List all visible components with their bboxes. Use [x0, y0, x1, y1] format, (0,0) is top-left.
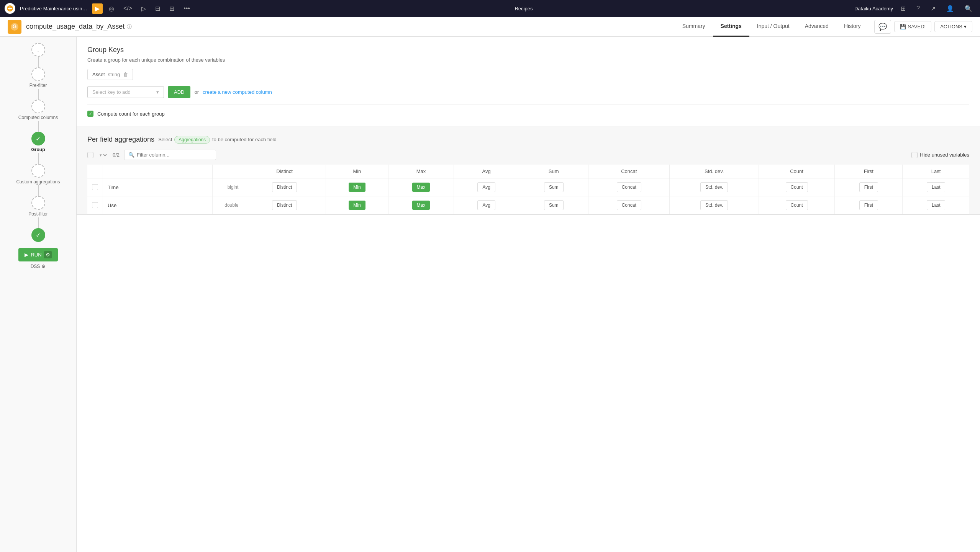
target-icon[interactable]: ◎: [106, 3, 117, 14]
row-type-use: double: [213, 196, 243, 214]
key-add-row: Select key to add ▾ ADD or create a new …: [87, 86, 969, 98]
btn-time-count[interactable]: Count: [786, 182, 808, 192]
app-logo[interactable]: [5, 3, 15, 14]
hide-unused-checkbox[interactable]: [911, 152, 918, 158]
aggregations-pill[interactable]: Aggregations: [174, 136, 210, 144]
saved-label: SAVED!: [908, 24, 926, 29]
saved-button[interactable]: 💾 SAVED!: [894, 21, 931, 32]
btn-time-sum[interactable]: Sum: [544, 182, 564, 192]
btn-use-max[interactable]: Max: [412, 201, 430, 210]
compute-count-row: ✓ Compute count for each group: [87, 104, 969, 117]
comments-button[interactable]: 💬: [874, 20, 891, 34]
agg-table-header: Distinct Min Max Avg Sum Concat Std. dev…: [87, 165, 969, 178]
sidebar-node-prefilter[interactable]: [31, 67, 45, 81]
sidebar-connector-5: [38, 217, 39, 228]
sidebar-step-computed[interactable]: Computed columns: [0, 100, 76, 121]
filter-row: ▾ 0/2 🔍 Hide unused variables: [87, 150, 969, 160]
tab-history[interactable]: History: [836, 17, 869, 37]
search-top-icon[interactable]: 🔍: [962, 3, 975, 14]
run-gear-icon[interactable]: ⚙: [44, 251, 52, 258]
btn-time-concat[interactable]: Concat: [617, 182, 641, 192]
group-keys-title: Group Keys: [87, 46, 969, 54]
btn-use-min[interactable]: Min: [349, 201, 365, 210]
btn-use-concat[interactable]: Concat: [617, 200, 641, 210]
nav-tabs: Summary Settings Input / Output Advanced…: [675, 17, 869, 37]
sidebar-step-prefilter[interactable]: Pre-filter: [0, 67, 76, 89]
help-icon[interactable]: ?: [913, 3, 923, 13]
run-play-icon: ▶: [25, 252, 28, 258]
sidebar-node-group[interactable]: ✓: [31, 132, 45, 145]
more-icon[interactable]: •••: [180, 3, 193, 13]
filter-column-input[interactable]: [137, 152, 212, 158]
btn-time-min[interactable]: Min: [349, 183, 365, 192]
tab-summary[interactable]: Summary: [675, 17, 713, 37]
tab-input-output[interactable]: Input / Output: [749, 17, 797, 37]
agg-table: Distinct Min Max Avg Sum Concat Std. dev…: [87, 165, 969, 214]
select-all-checkbox[interactable]: [87, 152, 93, 158]
th-type: [213, 165, 243, 178]
add-key-button[interactable]: ADD: [168, 86, 190, 98]
sidebar-node-custom[interactable]: [31, 164, 45, 178]
code-icon[interactable]: </>: [120, 3, 135, 13]
sidebar-node-computed[interactable]: [31, 100, 45, 113]
run-label: RUN: [31, 252, 41, 258]
compute-count-checkbox[interactable]: ✓: [87, 111, 93, 117]
recipe-info-icon[interactable]: ⓘ: [127, 23, 132, 30]
th-first: First: [835, 165, 903, 178]
btn-use-last[interactable]: Last: [927, 200, 945, 210]
pipeline-icon[interactable]: ▶: [92, 3, 103, 14]
recipes-label: Recipes: [515, 6, 533, 11]
sidebar-step-custom[interactable]: Custom aggregations: [0, 164, 76, 185]
btn-use-stddev[interactable]: Std. dev.: [700, 200, 728, 210]
recipe-name: compute_usage_data_by_Asset: [26, 23, 125, 31]
grid-icon[interactable]: ⊟: [152, 3, 163, 14]
sidebar-connector-0: [38, 57, 39, 67]
actions-button[interactable]: ACTIONS ▾: [934, 21, 972, 32]
th-count: Count: [759, 165, 835, 178]
btn-time-avg[interactable]: Avg: [477, 182, 495, 192]
select-all-dropdown[interactable]: ▾: [98, 152, 108, 158]
btn-use-count[interactable]: Count: [786, 200, 808, 210]
remove-key-asset-icon[interactable]: 🗑: [123, 72, 128, 77]
btn-time-first[interactable]: First: [859, 182, 878, 192]
key-tags-list: Asset string 🗑: [87, 69, 969, 86]
play-icon[interactable]: ▷: [138, 3, 149, 14]
btn-time-last[interactable]: Last: [927, 182, 945, 192]
dss-label-row: DSS ⚙: [31, 264, 46, 269]
apps-icon[interactable]: ⊞: [898, 3, 909, 14]
th-last: Last: [903, 165, 969, 178]
table-icon[interactable]: ⊞: [166, 3, 177, 14]
create-computed-column-link[interactable]: create a new computed column: [203, 89, 272, 95]
run-button[interactable]: ▶ RUN ⚙: [18, 248, 57, 261]
btn-use-avg[interactable]: Avg: [477, 200, 495, 210]
tab-advanced[interactable]: Advanced: [797, 17, 836, 37]
sidebar-label-custom: Custom aggregations: [16, 179, 60, 185]
btn-use-sum[interactable]: Sum: [544, 200, 564, 210]
sidebar-step-postfilter[interactable]: Post-filter: [0, 196, 76, 217]
sidebar-step-group[interactable]: ✓ Group: [0, 132, 76, 153]
row-check-time[interactable]: [92, 184, 98, 190]
btn-use-first[interactable]: First: [859, 200, 878, 210]
sidebar-label-computed: Computed columns: [18, 115, 58, 120]
sidebar-top-node: ↓: [31, 43, 45, 57]
btn-use-distinct[interactable]: Distinct: [272, 200, 297, 210]
btn-time-distinct[interactable]: Distinct: [272, 182, 297, 192]
total-count: 2: [117, 152, 120, 158]
dss-settings-icon[interactable]: ⚙: [41, 264, 46, 269]
profile-icon[interactable]: 👤: [943, 3, 957, 14]
agg-header: Per field aggregations Select Aggregatio…: [87, 136, 969, 144]
secondary-nav: G compute_usage_data_by_Asset ⓘ Summary …: [0, 17, 980, 37]
row-check-use[interactable]: [92, 202, 98, 208]
stats-icon[interactable]: ↗: [928, 3, 939, 14]
header-right-actions: 💬 💾 SAVED! ACTIONS ▾: [874, 20, 972, 34]
sidebar-label-prefilter: Pre-filter: [29, 83, 47, 88]
btn-time-stddev[interactable]: Std. dev.: [700, 182, 728, 192]
tab-settings[interactable]: Settings: [713, 17, 749, 37]
selection-count: 0/2: [113, 152, 120, 158]
btn-time-max[interactable]: Max: [412, 183, 430, 192]
select-key-dropdown[interactable]: Select key to add ▾: [87, 86, 164, 98]
key-name-asset: Asset: [92, 72, 105, 77]
sidebar-node-postfilter[interactable]: [31, 196, 45, 210]
select-key-placeholder: Select key to add: [92, 89, 131, 95]
agg-title: Per field aggregations: [87, 136, 154, 144]
